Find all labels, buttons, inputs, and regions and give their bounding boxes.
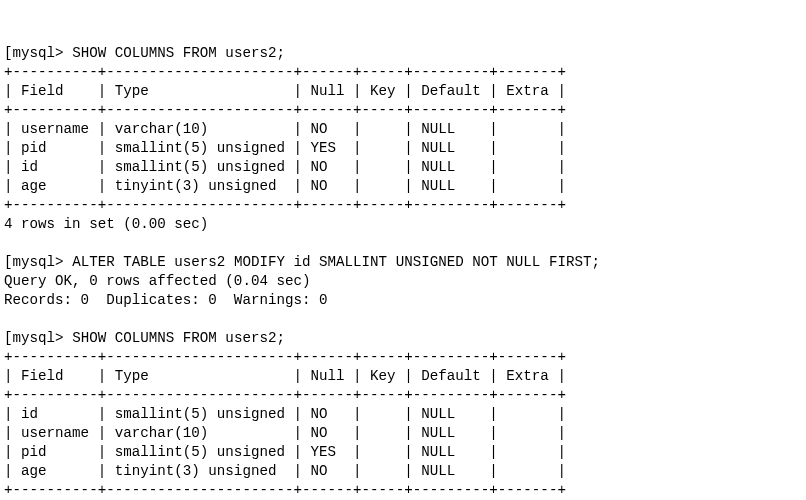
table2-row-1: | username | varchar(10) | NO | | NULL |…: [4, 425, 566, 441]
table1-row-1: | pid | smallint(5) unsigned | YES | | N…: [4, 140, 566, 156]
prompt-1: [mysql> SHOW COLUMNS FROM users2;: [4, 45, 285, 61]
blank-2: [4, 311, 13, 327]
table1-summary: 4 rows in set (0.00 sec): [4, 216, 208, 232]
table2-border-top: +----------+----------------------+-----…: [4, 349, 566, 365]
table2-row-0: | id | smallint(5) unsigned | NO | | NUL…: [4, 406, 566, 422]
table2-row-3: | age | tinyint(3) unsigned | NO | | NUL…: [4, 463, 566, 479]
mysql-terminal[interactable]: [mysql> SHOW COLUMNS FROM users2; +-----…: [0, 38, 806, 500]
table1-border-top: +----------+----------------------+-----…: [4, 64, 566, 80]
prompt-3: [mysql> SHOW COLUMNS FROM users2;: [4, 330, 285, 346]
prompt-2: [mysql> ALTER TABLE users2 MODIFY id SMA…: [4, 254, 600, 270]
table2-border-mid: +----------+----------------------+-----…: [4, 387, 566, 403]
table2-border-bot: +----------+----------------------+-----…: [4, 482, 566, 498]
table1-header: | Field | Type | Null | Key | Default | …: [4, 83, 566, 99]
table1-border-bot: +----------+----------------------+-----…: [4, 197, 566, 213]
blank-1: [4, 235, 13, 251]
alter-result-1: Query OK, 0 rows affected (0.04 sec): [4, 273, 311, 289]
table1-row-2: | id | smallint(5) unsigned | NO | | NUL…: [4, 159, 566, 175]
alter-result-2: Records: 0 Duplicates: 0 Warnings: 0: [4, 292, 328, 308]
table1-row-3: | age | tinyint(3) unsigned | NO | | NUL…: [4, 178, 566, 194]
table1-border-mid: +----------+----------------------+-----…: [4, 102, 566, 118]
table2-row-2: | pid | smallint(5) unsigned | YES | | N…: [4, 444, 566, 460]
table1-row-0: | username | varchar(10) | NO | | NULL |…: [4, 121, 566, 137]
table2-header: | Field | Type | Null | Key | Default | …: [4, 368, 566, 384]
